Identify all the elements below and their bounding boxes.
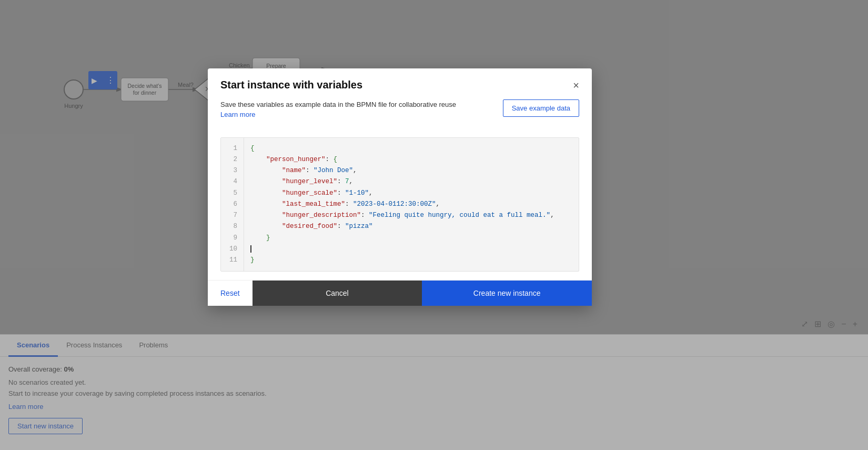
modal-title: Start instance with variables: [220, 79, 362, 91]
line-numbers: 1 2 3 4 5 6 7 8 9 10 11: [221, 138, 244, 272]
description-paragraph: Save these variables as example data in …: [220, 99, 456, 110]
code-content[interactable]: { "person_hunger": { "name": "John Doe",…: [244, 138, 579, 272]
save-example-data-button[interactable]: Save example data: [503, 99, 579, 117]
reset-button[interactable]: Reset: [208, 281, 253, 306]
modal-footer: Reset Cancel Create new instance: [208, 280, 592, 306]
modal-description-row: Save these variables as example data in …: [220, 99, 579, 125]
modal-learn-more-link[interactable]: Learn more: [220, 111, 255, 118]
start-instance-modal: Start instance with variables × Save the…: [208, 68, 592, 306]
code-editor[interactable]: 1 2 3 4 5 6 7 8 9 10 11 { "person_hunger…: [220, 137, 579, 272]
modal-close-button[interactable]: ×: [573, 80, 579, 91]
cancel-button[interactable]: Cancel: [253, 281, 422, 306]
create-new-instance-button[interactable]: Create new instance: [422, 281, 592, 306]
modal-header: Start instance with variables ×: [208, 68, 592, 99]
modal-description-text: Save these variables as example data in …: [220, 99, 456, 125]
modal-body: Save these variables as example data in …: [208, 99, 592, 137]
